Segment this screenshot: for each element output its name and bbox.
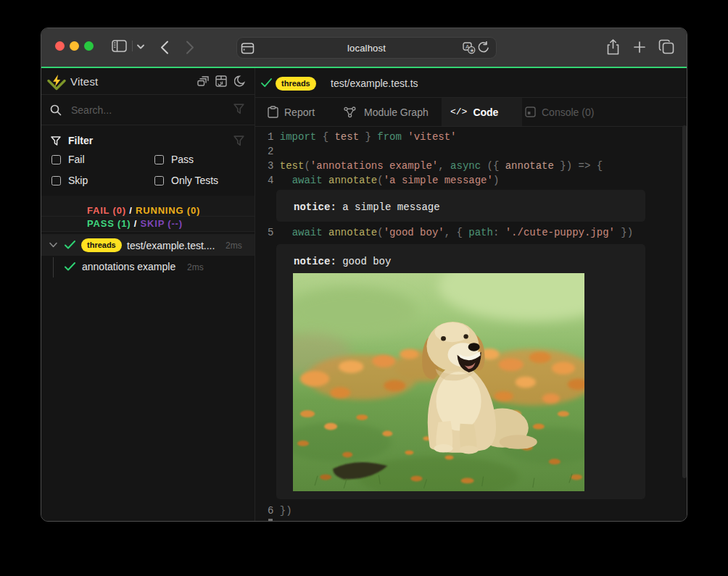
svg-text:★: ★ <box>470 48 474 53</box>
